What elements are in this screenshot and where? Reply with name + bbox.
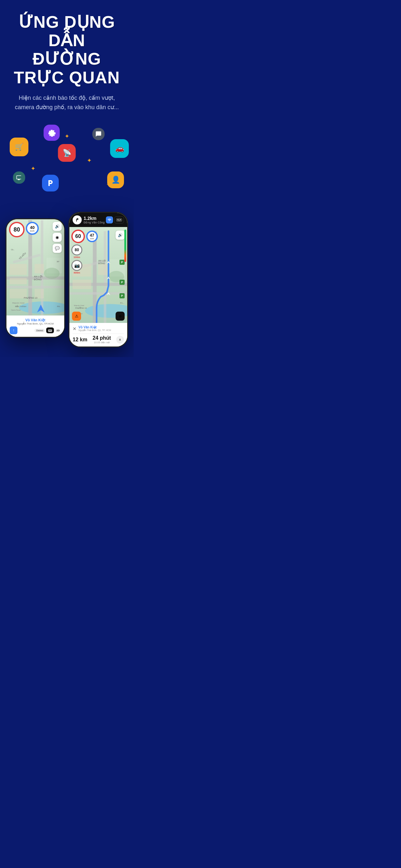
svg-point-12 xyxy=(44,268,59,279)
destination-sub-right: Nguyễn Thái Bình, Q1, TP. HCM xyxy=(79,329,111,332)
page-wrapper: ỨNG DỤNG DẪN ĐƯỜNG TRỰC QUAN Hiện các cả… xyxy=(0,0,134,357)
header-right-icons xyxy=(106,216,124,223)
speed-limit-60-badge: 60 xyxy=(71,229,85,243)
district-badge: District xyxy=(35,329,44,332)
left-phone-map: AN LỢIĐÔNG TÔ HỮU BẾN THÀNH PH... PHƯỜNG… xyxy=(6,219,64,337)
parking-icon xyxy=(42,175,59,191)
main-title: ỨNG DỤNG DẪN ĐƯỜNG TRỰC QUAN xyxy=(6,13,127,87)
navigate-up-button[interactable]: ↑ xyxy=(10,327,18,334)
header-section: ỨNG DỤNG DẪN ĐƯỜNG TRỰC QUAN Hiện các cả… xyxy=(0,0,134,115)
map-label-co: Cô... xyxy=(11,249,14,251)
right-map-label-phuong13: PHƯỜNG 13 xyxy=(75,307,87,309)
parking-badge-2: P xyxy=(120,280,125,285)
svg-rect-21 xyxy=(69,292,127,295)
car-navigation-icon: 🚗 xyxy=(110,139,129,158)
left-phone-frame: AN LỢIĐÔNG TÔ HỮU BẾN THÀNH PH... PHƯỜNG… xyxy=(5,218,65,338)
sparkle-star-3: ✦ xyxy=(87,157,92,164)
destination-name-right: Võ Văn Kiệt xyxy=(79,326,111,329)
destination-info-right: Võ Văn Kiệt Nguyễn Thái Bình, Q1, TP. HC… xyxy=(79,326,111,332)
map-label-phuong13: PHƯỜNG 13 xyxy=(24,297,37,299)
chat-button[interactable]: 💬 xyxy=(53,244,62,253)
svg-rect-33 xyxy=(118,219,119,220)
warning-distance-label: 100m xyxy=(73,256,80,259)
camera-warning-badge: 📷 xyxy=(71,260,82,271)
volume-button[interactable]: 🔊 xyxy=(53,222,62,231)
arrival-time: 10:05 đến nơi xyxy=(93,341,111,344)
left-nav-bar: Võ Văn Kiệt Nguyễn Thái Bình, Q1, TP.HCM… xyxy=(6,315,64,337)
map-2d-badge[interactable]: 2D xyxy=(55,329,61,333)
svg-rect-8 xyxy=(35,264,44,274)
speed-warning-row: 80 100m xyxy=(71,244,98,259)
svg-rect-34 xyxy=(120,219,121,220)
speed-badges-left: 80 40 km/h xyxy=(9,222,39,237)
svg-rect-24 xyxy=(73,280,91,289)
phones-section: AN LỢIĐÔNG TÔ HỮU BẾN THÀNH PH... PHƯỜNG… xyxy=(0,212,134,357)
settings-fab-right[interactable]: ⚙ xyxy=(116,312,125,321)
layers-button[interactable]: ◉ xyxy=(53,233,62,242)
speed-panel: 60 47 km/h 80 xyxy=(71,229,98,274)
speed-indicator-bar xyxy=(124,229,126,262)
speed-warning-80-badge: 80 xyxy=(71,244,82,255)
right-map-label-ai: AI L... xyxy=(120,302,124,304)
camera-warning-distance: 400m xyxy=(73,271,80,274)
parking-badge-3: P xyxy=(120,293,125,299)
distance-stat: 12 km xyxy=(73,337,87,343)
destination-name-left: Võ Văn Kiệt xyxy=(10,318,61,322)
svg-rect-32 xyxy=(116,218,122,221)
camera-warning-row: 📷 400m xyxy=(71,260,98,274)
svg-rect-7 xyxy=(10,278,27,284)
parking-badge-1: P xyxy=(120,259,125,265)
turn-info: 1.2km Đồng Văn Công xyxy=(84,216,106,224)
left-phone-controls: 🔊 ◉ 💬 xyxy=(53,222,62,253)
distance-value: 12 km xyxy=(73,337,87,343)
current-speed-badge-40: 40 km/h xyxy=(26,222,39,235)
right-phone-map: AN LỢIĐÔNG TÔ HỮU PHƯỜNG 13 AI L... Maje… xyxy=(69,213,127,346)
svg-rect-16 xyxy=(50,330,51,331)
time-value: 24 phút xyxy=(93,335,111,341)
wifi-signal-icon xyxy=(106,216,113,223)
svg-rect-4 xyxy=(6,286,64,289)
floating-icons-area: ✦ ✦ ✦ ✦ 🛒 🚗 📡 👤 xyxy=(0,118,134,209)
map-label-opera: Opera House xyxy=(11,309,21,311)
svg-rect-35 xyxy=(119,221,120,221)
screen-monitor-icon xyxy=(13,172,25,184)
settings-icon xyxy=(43,125,60,141)
right-nav-bar: ✕ Võ Văn Kiệt Nguyễn Thái Bình, Q1, TP. … xyxy=(69,323,127,346)
right-map-label-an-loi: AN LỢIĐÔNG xyxy=(98,259,106,265)
remote-control-icon: 📡 xyxy=(58,144,76,162)
map-label-an-loi: AN LỢIĐÔNG xyxy=(34,275,42,281)
svg-rect-6 xyxy=(10,264,27,275)
sparkle-star-2: ✦ xyxy=(31,165,35,172)
android-auto-icon xyxy=(114,216,124,223)
svg-rect-25 xyxy=(98,264,107,275)
svg-rect-14 xyxy=(48,330,52,332)
volume-button-right[interactable]: 🔊 xyxy=(116,230,125,240)
expand-button[interactable]: ∧ xyxy=(116,336,124,344)
right-map-majestic: Majestic Hotel xyxy=(74,305,84,306)
right-phone-frame: AN LỢIĐÔNG TÔ HỮU PHƯỜNG 13 AI L... Maje… xyxy=(68,212,128,347)
subtitle: Hiện các cảnh báo tốc độ, cấm vượt, came… xyxy=(6,93,127,112)
current-speed-47-badge: 47 km/h xyxy=(86,230,98,242)
robot-badge xyxy=(46,328,54,333)
turn-distance: 1.2km xyxy=(84,216,106,221)
turn-street: Đồng Văn Công xyxy=(84,221,106,224)
nav-controls-row: ↑ District 2D xyxy=(10,327,61,334)
person-icon: 👤 xyxy=(107,172,124,188)
sparkle-star-1: ✦ xyxy=(65,133,69,140)
map-label-majestic: Majestic Hotel xyxy=(12,302,25,304)
svg-rect-5 xyxy=(13,254,41,264)
map-label-ph: PH... xyxy=(57,306,61,307)
nav-stats-row: 12 km 24 phút 10:05 đến nơi ∧ xyxy=(73,334,124,344)
nav-bar-right-top: ✕ Võ Văn Kiệt Nguyễn Thái Bình, Q1, TP. … xyxy=(73,326,124,332)
chat-icon xyxy=(92,128,104,140)
left-phone-screen: AN LỢIĐÔNG TÔ HỮU BẾN THÀNH PH... PHƯỜNG… xyxy=(6,219,64,337)
close-navigation-button[interactable]: ✕ xyxy=(73,326,76,331)
speed-limit-badge-80: 80 xyxy=(9,222,25,237)
time-stat: 24 phút 10:05 đến nơi xyxy=(93,335,111,344)
right-phone-screen: AN LỢIĐÔNG TÔ HỮU PHƯỜNG 13 AI L... Maje… xyxy=(69,213,127,346)
right-phone-header: ↱ 1.2km Đồng Văn Công xyxy=(69,213,127,227)
svg-rect-15 xyxy=(49,330,50,331)
turn-direction-icon: ↱ xyxy=(73,215,82,224)
alert-badge[interactable]: ⚠ xyxy=(72,312,81,321)
speed-row-main: 60 47 km/h xyxy=(71,229,98,243)
